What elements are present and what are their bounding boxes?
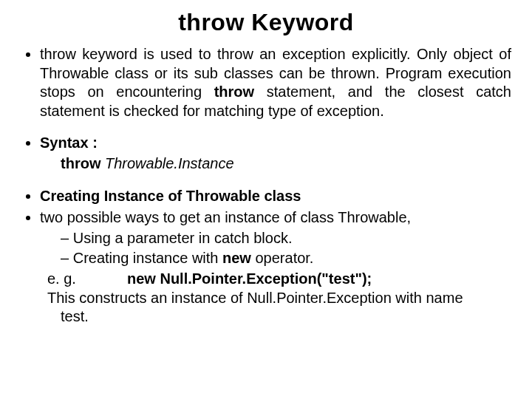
sub-item-2: Creating instance with new operator. [61,249,511,268]
syntax-instance: Throwable.Instance [100,155,233,171]
sub2-new: new [222,250,251,266]
eg-label: e. g. [47,270,127,289]
sub-list: Using a parameter in catch block. Creati… [40,229,511,268]
two-ways-text: two possible ways to get an instance of … [40,209,411,225]
syntax-throw: throw [61,155,100,171]
syntax-label: Syntax : [40,134,98,151]
bullet-syntax: Syntax : throw Throwable.Instance [40,134,511,173]
bullet-two-ways: two possible ways to get an instance of … [40,208,511,327]
slide-title: throw Keyword [21,9,511,36]
sub-item-1: Using a parameter in catch block. [61,229,511,248]
syntax-line: throw Throwable.Instance [40,154,511,174]
construct-line-2: test. [40,307,511,327]
intro-throw-bold: throw [214,83,254,100]
eg-code: new Null.Pointer.Exception("test"); [127,270,372,287]
bullet-intro: throw keyword is used to throw an except… [40,45,511,120]
creating-heading: Creating Instance of Throwable class [40,188,301,204]
bullet-list: throw keyword is used to throw an except… [21,45,511,327]
example-line: e. g.new Null.Pointer.Exception("test"); [40,270,511,289]
slide: throw Keyword throw keyword is used to t… [0,0,532,399]
sub2-a: Creating instance with [73,250,222,266]
construct-line-1: This constructs an instance of Null.Poin… [40,289,511,308]
bullet-creating-heading: Creating Instance of Throwable class [40,187,511,206]
sub2-b: operator. [251,250,314,266]
